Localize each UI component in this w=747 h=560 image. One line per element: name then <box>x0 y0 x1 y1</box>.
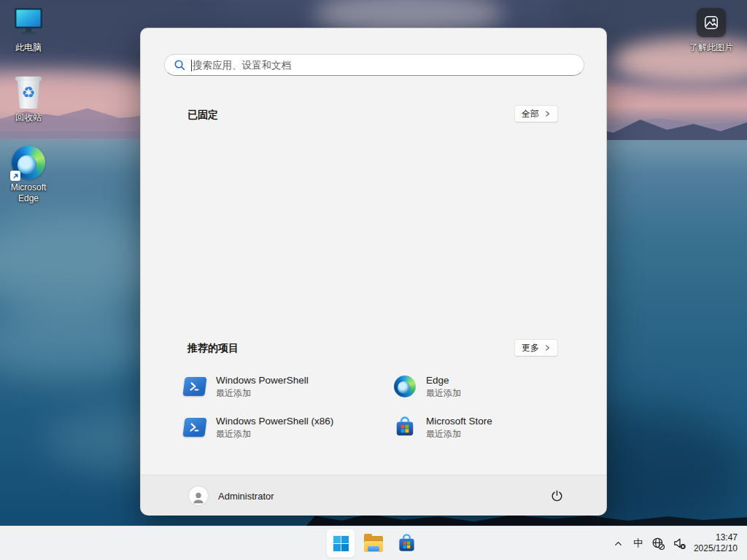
recommended-more-button[interactable]: 更多 <box>514 339 558 357</box>
ime-indicator[interactable]: 中 <box>628 532 649 555</box>
microsoft-store-icon <box>397 534 417 553</box>
person-icon <box>190 489 206 505</box>
clock-time: 13:47 <box>694 532 738 543</box>
file-explorer-icon <box>363 534 384 552</box>
desktop-icon-learn-about-picture[interactable]: 了解此图片 <box>685 6 738 53</box>
recycle-bin-icon <box>2 76 55 109</box>
recommended-item-title: Windows PowerShell (x86) <box>216 416 333 427</box>
microsoft-store-icon <box>393 416 417 439</box>
recommended-item-title: Edge <box>426 375 461 386</box>
volume-button[interactable] <box>669 532 691 555</box>
start-search-input[interactable] <box>165 55 584 75</box>
desktop-screen: 此电脑 回收站 Microsoft Edge <box>0 0 747 560</box>
recycle-symbol <box>15 83 42 102</box>
file-explorer-button[interactable] <box>359 529 388 558</box>
recommended-item-subtitle: 最近添加 <box>216 388 309 398</box>
taskbar: 中 13:47 2025/12/10 <box>0 526 747 560</box>
user-name: Administrator <box>218 491 274 502</box>
recommended-item-microsoft-store[interactable]: Microsoft Store 最近添加 <box>393 410 600 445</box>
start-menu: 已固定 全部 推荐的项目 更多 <box>140 28 607 515</box>
chevron-right-icon <box>544 110 551 117</box>
edge-icon <box>393 375 417 398</box>
edge-icon <box>2 146 55 179</box>
volume-muted-icon <box>673 537 686 551</box>
recommended-item-subtitle: 最近添加 <box>426 429 492 439</box>
recommended-item-subtitle: 最近添加 <box>216 429 333 439</box>
desktop-icon-microsoft-edge[interactable]: Microsoft Edge <box>2 146 55 204</box>
desktop-icon-label: Microsoft Edge <box>2 182 55 204</box>
recommended-item-powershell[interactable]: Windows PowerShell 最近添加 <box>183 369 390 404</box>
ime-label: 中 <box>633 537 643 550</box>
network-status-button[interactable] <box>649 532 669 555</box>
recommended-item-powershell-x86[interactable]: Windows PowerShell (x86) 最近添加 <box>183 410 390 445</box>
user-account-button[interactable]: Administrator <box>182 481 282 510</box>
recommended-item-title: Microsoft Store <box>426 416 492 427</box>
taskbar-clock[interactable]: 13:47 2025/12/10 <box>694 532 738 554</box>
globe-no-internet-icon <box>651 537 665 551</box>
windows-logo-icon <box>333 535 349 552</box>
shortcut-arrow-icon <box>10 171 20 181</box>
picture-info-icon <box>697 8 726 37</box>
recommended-item-title: Windows PowerShell <box>216 375 309 386</box>
recommended-item-edge[interactable]: Edge 最近添加 <box>393 369 600 404</box>
start-menu-footer: Administrator <box>141 475 606 516</box>
desktop-icon-label: 此电脑 <box>2 42 55 53</box>
desktop-icon-this-pc[interactable]: 此电脑 <box>2 6 55 53</box>
power-button[interactable] <box>545 484 568 508</box>
powershell-icon <box>183 416 206 439</box>
tray-show-hidden-icons-button[interactable] <box>609 532 628 555</box>
user-avatar <box>189 486 208 505</box>
sea-mist <box>0 306 160 379</box>
pinned-section-title: 已固定 <box>187 109 218 122</box>
this-pc-icon <box>2 6 55 39</box>
pinned-all-label: 全部 <box>522 108 539 120</box>
desktop-icon-label: 了解此图片 <box>685 42 738 53</box>
clock-date: 2025/12/10 <box>694 543 738 554</box>
start-search-box[interactable] <box>164 54 584 76</box>
recommended-more-label: 更多 <box>522 342 539 354</box>
chevron-right-icon <box>544 344 551 351</box>
power-icon <box>550 489 564 503</box>
recommended-section-title: 推荐的项目 <box>187 342 239 355</box>
start-button[interactable] <box>326 529 355 558</box>
microsoft-store-button[interactable] <box>392 529 421 558</box>
desktop-icon-label: 回收站 <box>2 112 55 123</box>
recommended-item-subtitle: 最近添加 <box>426 388 461 398</box>
pinned-all-button[interactable]: 全部 <box>514 105 558 122</box>
chevron-up-icon <box>614 539 623 548</box>
desktop-icon-recycle-bin[interactable]: 回收站 <box>2 76 55 123</box>
powershell-icon <box>183 375 206 398</box>
